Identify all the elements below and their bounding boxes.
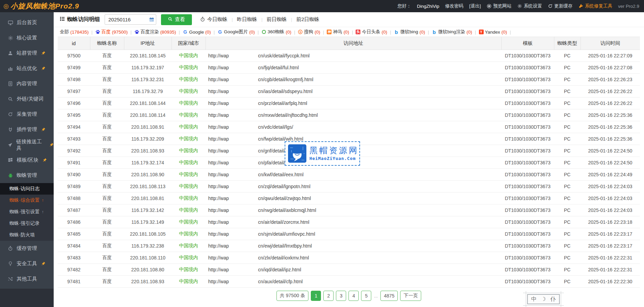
sidebar-item-site-group[interactable]: 站群管理: [0, 46, 54, 61]
separator: |: [179, 30, 180, 35]
cell-region: 中国境内: [172, 181, 205, 193]
page-button-2[interactable]: 2: [323, 291, 334, 301]
greeting-label: 您好：: [397, 3, 411, 9]
sidebar-item-templates[interactable]: 模板/区块: [0, 152, 54, 168]
filter-count: (0): [249, 30, 255, 35]
cell-url: http://wapcn/iqd/detail/ipz.html: [205, 264, 501, 276]
cell-url: http://wapcn/air/detail/zorcmx.html: [205, 216, 501, 228]
cell-time: 2025-01-16 22:25:36: [580, 109, 640, 121]
blocks-icon: [7, 157, 13, 163]
sidebar-item-core-settings[interactable]: 核心设置: [0, 30, 54, 46]
spider-filter-tab[interactable]: Y Yandex (0): [479, 30, 507, 35]
preview-site-link[interactable]: 预览网站: [487, 3, 512, 9]
logout-link[interactable]: [退出]: [469, 3, 481, 9]
spider-filter-tab[interactable]: S 搜狗 (0): [298, 29, 320, 35]
sidebar-item-label: 模板/区块: [17, 157, 38, 163]
separator: |: [475, 30, 476, 35]
sidebar-subitem[interactable]: 蜘蛛·防火墙: [0, 229, 54, 241]
sidebar-subitem[interactable]: 蜘蛛·强引设置 ↑: [0, 206, 54, 218]
repair-tool-link[interactable]: 系统修复工具: [578, 3, 612, 9]
page-button-3[interactable]: 3: [336, 291, 346, 301]
sidebar-item-collect[interactable]: 采集管理: [0, 107, 54, 122]
cell-time: 2025-01-16 22:23:18: [580, 216, 640, 228]
cell-url: http://wapcn/qwu/detail/zwjtqo.html: [205, 193, 501, 204]
sidebar-item-plugins[interactable]: 插件管理: [0, 122, 54, 137]
cell-ip: 220.181.108.145: [124, 50, 172, 62]
cell-spider-type: PC: [554, 240, 580, 252]
view-button[interactable]: 查看: [161, 14, 192, 25]
change-password-link[interactable]: 修改密码: [445, 3, 463, 9]
day-link-3[interactable]: 前2日蜘蛛: [296, 16, 319, 23]
separator: |: [130, 30, 132, 35]
sidebar-item-spider[interactable]: 蜘蛛管理: [0, 168, 54, 183]
filter-count: (0): [205, 30, 211, 35]
cache-icon: [7, 246, 13, 251]
day-link-1[interactable]: 昨日蜘蛛: [237, 16, 257, 23]
cell-id: 97483: [58, 252, 90, 264]
spider-filter-tab[interactable]: b 微软bing (0): [394, 29, 425, 35]
cell-url: http://wapcn/fjq/detail/ful.html: [205, 62, 501, 74]
sidebar-item-security[interactable]: 安全工具: [0, 256, 54, 271]
cell-template: DT1030/1030DT3673: [501, 50, 554, 62]
ime-key-1[interactable]: ☽: [541, 296, 546, 302]
update-cache-link[interactable]: 更新缓存: [548, 3, 573, 9]
page-button-4[interactable]: 4: [348, 291, 359, 301]
spider-filter-tab[interactable]: G Google (0): [183, 30, 211, 35]
ime-toolbar[interactable]: 中☽仆: [527, 294, 560, 304]
spider-filter-tab[interactable]: G Google图片 (0): [217, 29, 255, 35]
day-links: 今日蜘蛛|昨日蜘蛛|前日蜘蛛|前2日蜘蛛: [200, 16, 320, 23]
system-settings-link[interactable]: 系统设置: [517, 3, 542, 9]
cell-spider-name: 百度: [90, 62, 124, 74]
baidu-icon: [135, 30, 139, 34]
sidebar-item-label: 采集管理: [17, 111, 37, 118]
spider-filter-tab[interactable]: 百度 (97500): [95, 29, 128, 35]
date-input[interactable]: [105, 14, 156, 25]
cell-spider-type: PC: [554, 193, 580, 204]
s360-icon: [262, 30, 266, 34]
spider-filter-tab[interactable]: 神 神马 (0): [327, 29, 349, 35]
sidebar-item-other-tools[interactable]: 其他工具: [0, 271, 54, 287]
cell-spider-name: 百度: [90, 50, 124, 62]
sidebar-item-push-tools[interactable]: 链接推送工具: [0, 137, 54, 152]
sidebar-item-content[interactable]: 内容管理: [0, 76, 54, 91]
filter-count: (97500): [112, 30, 128, 35]
sidebar-item-cache[interactable]: 缓存管理: [0, 241, 54, 256]
sidebar-subitem[interactable]: 蜘蛛·访问日志: [0, 183, 54, 195]
yandex-icon: Y: [479, 30, 484, 34]
page-button-last[interactable]: 4875: [380, 291, 398, 301]
cell-template: DT1030/1030DT3673: [501, 240, 554, 252]
cell-template: DT1030/1030DT3673: [501, 252, 554, 264]
bing-icon: b: [432, 30, 437, 35]
calendar-icon[interactable]: [149, 17, 154, 23]
cell-template: DT1030/1030DT3673: [501, 216, 554, 228]
cell-ip: 220.181.108.144: [124, 97, 172, 109]
cell-template: DT1030/1030DT3673: [501, 62, 554, 74]
day-link-2[interactable]: 前日蜘蛛: [267, 16, 287, 23]
cell-region: 中国境内: [172, 169, 205, 181]
sidebar-item-links-keywords[interactable]: 外链/关键词: [0, 91, 54, 107]
spider-filter-tab[interactable]: b 微软bing渲染 (0): [432, 29, 472, 35]
redacted-domain: [229, 66, 258, 70]
filter-count: (0): [466, 30, 472, 35]
filter-label: 全部: [60, 29, 69, 35]
ime-key-2[interactable]: 仆: [550, 296, 556, 302]
spider-filter-tab[interactable]: 360蜘蛛 (0): [262, 29, 291, 35]
next-page-button[interactable]: 下一页: [400, 291, 421, 301]
cell-template: DT1030/1030DT3673: [501, 133, 554, 145]
plug-icon: [7, 127, 13, 132]
cell-template: DT1030/1030DT3673: [501, 181, 554, 193]
sidebar-item-site-optimize[interactable]: 站点优化: [0, 61, 54, 76]
spider-filter-tab[interactable]: 百度渲染 (80935): [135, 29, 176, 35]
ime-key-0[interactable]: 中: [531, 296, 537, 302]
sidebar-item-label: 后台首页: [17, 19, 37, 26]
redacted-domain: [229, 113, 258, 118]
sidebar-subitem[interactable]: 蜘蛛·综合设置 ↑: [0, 195, 54, 206]
spider-filter-tab[interactable]: 头 今日头条 (0): [356, 29, 387, 35]
spider-filter-tab[interactable]: 全部 (178435): [60, 29, 89, 35]
sidebar-item-dashboard[interactable]: 后台首页: [0, 15, 54, 30]
page-button-5[interactable]: 5: [361, 291, 371, 301]
sidebar-subitem[interactable]: 蜘蛛·强引记录: [0, 218, 54, 229]
page-button-1[interactable]: 1: [311, 291, 321, 301]
day-link-0[interactable]: 今日蜘蛛: [200, 16, 228, 23]
search-icon: [168, 17, 173, 22]
